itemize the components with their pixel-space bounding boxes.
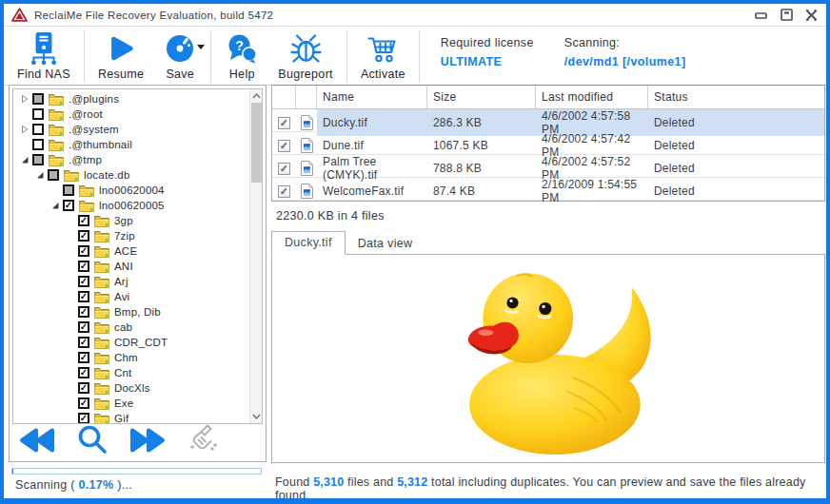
tree-item-3gp[interactable]: ✓3gp bbox=[13, 213, 248, 228]
tree-checkbox-checked[interactable]: ✓ bbox=[63, 200, 74, 211]
rewind-button[interactable] bbox=[19, 425, 55, 456]
selection-summary: 2230.0 KB in 4 files bbox=[276, 209, 385, 223]
tree-item-avi[interactable]: ✓Avi bbox=[13, 289, 248, 304]
tree-checkbox-partial[interactable] bbox=[48, 169, 59, 181]
tree-scrollbar[interactable] bbox=[249, 89, 262, 423]
tree-item-ani[interactable]: ✓ANI bbox=[13, 259, 248, 274]
tree-item-label: locate.db bbox=[81, 169, 129, 181]
toolbar-button-activate[interactable]: Activate bbox=[351, 29, 415, 85]
table-row-welcomefax-tif[interactable]: ✓WelcomeFax.tif87.4 KB2/16/2009 1:54:55 … bbox=[272, 178, 824, 201]
scroll-down-icon[interactable] bbox=[250, 410, 263, 423]
tree-expanded-icon[interactable] bbox=[19, 155, 30, 165]
toolbar-button-find-nas[interactable]: Find NAS bbox=[8, 29, 80, 85]
tree-item-system[interactable]: .@system bbox=[13, 122, 248, 137]
tree-item-tmp[interactable]: .@tmp bbox=[13, 152, 248, 167]
maximize-button[interactable] bbox=[779, 9, 794, 22]
scanning-status-text: Scanning ( 0.17% )... bbox=[15, 478, 132, 492]
folder-tree: .@plugins.@root.@system.@thumbnail.@tmpl… bbox=[12, 88, 263, 424]
table-row-palm-tree-cmyk-tif[interactable]: ✓Palm Tree (CMYK).tif788.8 KB4/6/2002 4:… bbox=[272, 155, 824, 178]
tree-checkbox-partial[interactable] bbox=[32, 93, 44, 105]
toolbar-button-label: Activate bbox=[361, 68, 405, 81]
tree-item-cnt[interactable]: ✓Cnt bbox=[13, 365, 248, 380]
toolbar-button-help[interactable]: ?Help bbox=[215, 29, 268, 85]
tree-item-7zip[interactable]: ✓7zip bbox=[13, 228, 248, 243]
tree-checkbox-checked[interactable]: ✓ bbox=[78, 230, 89, 242]
tree-item-ace[interactable]: ✓ACE bbox=[13, 243, 248, 259]
tree-collapsed-icon[interactable] bbox=[19, 94, 30, 104]
tree-checkbox-checked[interactable]: ✓ bbox=[78, 367, 89, 378]
tree-checkbox-checked[interactable]: ✓ bbox=[78, 291, 89, 302]
tree-checkbox-partial[interactable] bbox=[63, 184, 74, 196]
tree-checkbox-checked[interactable]: ✓ bbox=[78, 321, 89, 333]
tree-collapsed-icon[interactable] bbox=[19, 125, 30, 134]
tree-checkbox-checked[interactable]: ✓ bbox=[78, 245, 89, 257]
tree-checkbox-checked[interactable]: ✓ bbox=[78, 261, 89, 272]
tree-checkbox-checked[interactable]: ✓ bbox=[78, 352, 89, 363]
found-status-text: Found 5,310 files and 5,312 total includ… bbox=[275, 475, 818, 502]
help-bubbles-icon: ? bbox=[227, 31, 258, 66]
image-file-icon bbox=[301, 115, 313, 130]
fast-forward-button[interactable] bbox=[129, 425, 166, 456]
minimize-button[interactable] bbox=[754, 9, 769, 22]
clean-broom-button[interactable] bbox=[187, 423, 221, 457]
tab-data-view[interactable]: Data view bbox=[346, 233, 425, 255]
tree-checkbox-checked[interactable]: ✓ bbox=[78, 276, 89, 287]
tree-item-exe[interactable]: ✓Exe bbox=[13, 396, 248, 411]
tree-checkbox-checked[interactable]: ✓ bbox=[78, 397, 89, 409]
column-header-status[interactable]: Status bbox=[648, 86, 824, 108]
tree-expanded-icon[interactable] bbox=[49, 201, 61, 210]
toolbar-button-save[interactable]: Save bbox=[153, 29, 207, 85]
tree-checkbox-checked[interactable]: ✓ bbox=[78, 306, 89, 318]
toolbar-button-label: Help bbox=[229, 68, 255, 81]
tab-ducky-tif[interactable]: Ducky.tif bbox=[271, 231, 346, 255]
tree-item-locate-db[interactable]: locate.db bbox=[13, 167, 248, 183]
tree-checkbox-unchecked[interactable] bbox=[32, 108, 44, 120]
tree-item-root[interactable]: .@root bbox=[13, 107, 248, 122]
search-button[interactable] bbox=[76, 424, 109, 456]
tree-checkbox-unchecked[interactable] bbox=[32, 124, 44, 135]
tree-expanded-icon[interactable] bbox=[34, 170, 46, 180]
scan-percent: 0.17% bbox=[79, 478, 114, 492]
tree-item-lno00620004[interactable]: lno00620004 bbox=[13, 183, 248, 198]
tree-item-chm[interactable]: ✓Chm bbox=[13, 350, 248, 365]
row-file-icon-cell bbox=[296, 178, 317, 204]
tree-item-label: .@root bbox=[66, 108, 103, 120]
tree-checkbox-checked[interactable]: ✓ bbox=[78, 382, 89, 394]
scroll-up-icon[interactable] bbox=[250, 89, 263, 103]
file-table: Name Size Last modified Status ✓Ducky.ti… bbox=[271, 85, 825, 202]
tree-item-cdr-cdt[interactable]: ✓CDR_CDT bbox=[13, 335, 248, 350]
row-checkbox[interactable]: ✓ bbox=[278, 140, 290, 152]
tree-item-arj[interactable]: ✓Arj bbox=[13, 274, 248, 289]
titlebar: ReclaiMe File Recovery Evaluation, build… bbox=[4, 4, 826, 27]
tree-item-plugins[interactable]: .@plugins bbox=[13, 91, 248, 107]
folder-icon bbox=[94, 215, 109, 227]
tree-item-thumbnail[interactable]: .@thumbnail bbox=[13, 137, 248, 152]
row-checkbox[interactable]: ✓ bbox=[278, 185, 290, 198]
toolbar-button-label: Bugreport bbox=[278, 68, 333, 81]
bug-icon bbox=[290, 31, 322, 66]
toolbar-button-resume[interactable]: Resume bbox=[89, 29, 153, 85]
tree-checkbox-unchecked[interactable] bbox=[32, 139, 44, 150]
tree-item-cab[interactable]: ✓cab bbox=[13, 320, 248, 335]
table-row-ducky-tif[interactable]: ✓Ducky.tif286.3 KB4/6/2002 4:57:58 PMDel… bbox=[272, 109, 824, 132]
table-row-dune-tif[interactable]: ✓Dune.tif1067.5 KB4/6/2002 4:57:42 PMDel… bbox=[272, 132, 824, 155]
scrollbar-thumb[interactable] bbox=[251, 103, 262, 183]
tree-item-docxls[interactable]: ✓DocXls bbox=[13, 380, 248, 396]
tree-item-lno00620005[interactable]: ✓lno00620005 bbox=[13, 198, 248, 213]
column-header-modified[interactable]: Last modified bbox=[536, 86, 648, 108]
tree-checkbox-checked[interactable]: ✓ bbox=[78, 337, 89, 348]
toolbar-button-bugreport[interactable]: Bugreport bbox=[268, 29, 343, 85]
row-checkbox[interactable]: ✓ bbox=[278, 117, 290, 129]
tree-item-label: .@system bbox=[66, 124, 119, 135]
column-header-size[interactable]: Size bbox=[427, 86, 536, 108]
folder-icon bbox=[94, 261, 109, 273]
tree-checkbox-partial[interactable] bbox=[32, 154, 44, 165]
tree-item-bmp-dib[interactable]: ✓Bmp, Dib bbox=[13, 304, 248, 320]
row-checkbox[interactable]: ✓ bbox=[278, 163, 290, 175]
folder-icon bbox=[94, 397, 109, 410]
dropdown-caret-icon[interactable] bbox=[197, 45, 205, 49]
tree-checkbox-checked[interactable]: ✓ bbox=[78, 215, 89, 226]
column-header-name[interactable]: Name bbox=[317, 86, 427, 108]
folder-icon bbox=[94, 291, 109, 303]
close-button[interactable] bbox=[803, 9, 819, 22]
